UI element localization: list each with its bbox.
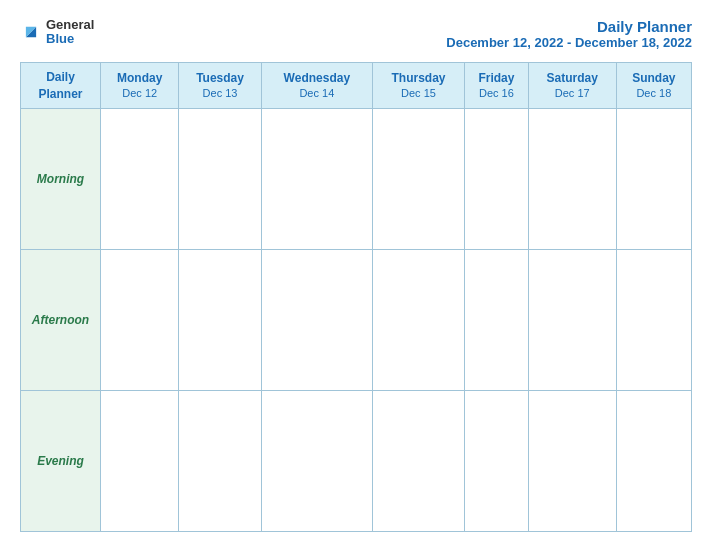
cell-afternoon-sunday[interactable]: [616, 250, 691, 391]
cell-evening-sunday[interactable]: [616, 391, 691, 532]
logo-text: General Blue: [46, 18, 94, 47]
cell-morning-tuesday[interactable]: [179, 109, 261, 250]
logo-blue: Blue: [46, 32, 94, 46]
cell-morning-wednesday[interactable]: [261, 109, 372, 250]
col-header-tuesday: Tuesday Dec 13: [179, 63, 261, 109]
row-morning: Morning: [21, 109, 692, 250]
row-label-afternoon: Afternoon: [21, 250, 101, 391]
col-header-sunday: Sunday Dec 18: [616, 63, 691, 109]
row-label-evening: Evening: [21, 391, 101, 532]
cell-afternoon-tuesday[interactable]: [179, 250, 261, 391]
cell-evening-friday[interactable]: [464, 391, 528, 532]
planner-title: Daily Planner: [446, 18, 692, 35]
cell-evening-thursday[interactable]: [373, 391, 465, 532]
row-afternoon: Afternoon: [21, 250, 692, 391]
col-header-monday: Monday Dec 12: [101, 63, 179, 109]
cell-morning-monday[interactable]: [101, 109, 179, 250]
cell-morning-saturday[interactable]: [528, 109, 616, 250]
col-header-wednesday: Wednesday Dec 14: [261, 63, 372, 109]
cell-afternoon-saturday[interactable]: [528, 250, 616, 391]
cell-evening-wednesday[interactable]: [261, 391, 372, 532]
cell-morning-friday[interactable]: [464, 109, 528, 250]
calendar-table: DailyPlanner Monday Dec 12 Tuesday Dec 1…: [20, 62, 692, 532]
col-header-friday: Friday Dec 16: [464, 63, 528, 109]
logo: General Blue: [20, 18, 94, 47]
cell-afternoon-thursday[interactable]: [373, 250, 465, 391]
cell-afternoon-wednesday[interactable]: [261, 250, 372, 391]
cell-evening-monday[interactable]: [101, 391, 179, 532]
col-header-saturday: Saturday Dec 17: [528, 63, 616, 109]
logo-icon: [20, 21, 42, 43]
col-header-label: DailyPlanner: [21, 63, 101, 109]
page-header: General Blue Daily Planner December 12, …: [20, 18, 692, 50]
row-label-morning: Morning: [21, 109, 101, 250]
cell-afternoon-monday[interactable]: [101, 250, 179, 391]
title-block: Daily Planner December 12, 2022 - Decemb…: [446, 18, 692, 50]
col-header-thursday: Thursday Dec 15: [373, 63, 465, 109]
cell-morning-thursday[interactable]: [373, 109, 465, 250]
cell-evening-tuesday[interactable]: [179, 391, 261, 532]
planner-date-range: December 12, 2022 - December 18, 2022: [446, 35, 692, 50]
cell-afternoon-friday[interactable]: [464, 250, 528, 391]
row-evening: Evening: [21, 391, 692, 532]
cell-evening-saturday[interactable]: [528, 391, 616, 532]
logo-general: General: [46, 18, 94, 32]
cell-morning-sunday[interactable]: [616, 109, 691, 250]
